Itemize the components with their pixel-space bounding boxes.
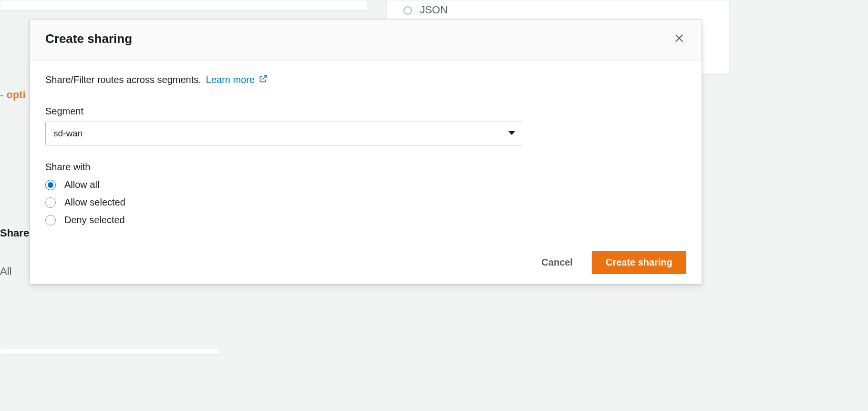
segment-select[interactable]: sd-wan	[45, 122, 522, 145]
segment-label: Segment	[45, 106, 686, 117]
share-with-option-allow-all[interactable]: Allow all	[45, 179, 686, 190]
create-sharing-button[interactable]: Create sharing	[592, 251, 686, 274]
share-with-option-allow-selected[interactable]: Allow selected	[45, 197, 686, 208]
learn-more-link[interactable]: Learn more	[206, 74, 268, 86]
radio-label: Allow all	[64, 179, 99, 190]
external-link-icon	[258, 74, 268, 86]
modal-footer: Cancel Create sharing	[30, 241, 702, 284]
learn-more-label: Learn more	[206, 74, 255, 85]
share-with-option-deny-selected[interactable]: Deny selected	[45, 215, 686, 226]
radio-label: Deny selected	[64, 215, 125, 226]
segment-value: sd-wan	[53, 128, 83, 139]
modal-body: Share/Filter routes across segments. Lea…	[30, 61, 702, 241]
cancel-button[interactable]: Cancel	[538, 252, 576, 273]
close-button[interactable]	[672, 31, 686, 47]
share-with-label: Share with	[45, 162, 686, 173]
radio-icon	[45, 197, 56, 208]
share-with-group: Share with Allow all Allow selected Deny…	[45, 162, 686, 226]
modal-header: Create sharing	[30, 20, 702, 61]
close-icon	[674, 33, 684, 45]
modal-intro: Share/Filter routes across segments. Lea…	[45, 74, 686, 86]
intro-text: Share/Filter routes across segments.	[45, 74, 201, 85]
radio-icon	[45, 215, 56, 226]
segment-field: Segment sd-wan	[45, 106, 686, 145]
radio-icon	[45, 180, 56, 190]
modal-title: Create sharing	[45, 31, 132, 46]
create-sharing-modal: Create sharing Share/Filter routes acros…	[30, 19, 702, 284]
radio-label: Allow selected	[64, 197, 125, 208]
